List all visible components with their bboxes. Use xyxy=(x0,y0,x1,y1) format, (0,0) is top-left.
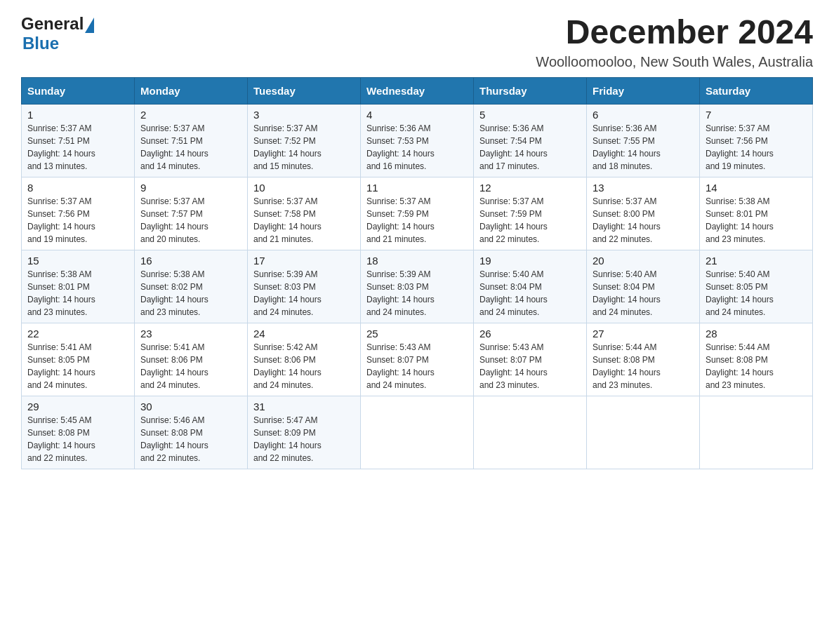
day-number: 31 xyxy=(253,401,355,412)
day-number: 22 xyxy=(27,328,128,340)
calendar-cell xyxy=(361,396,474,469)
logo: General Blue xyxy=(21,14,94,53)
day-header-saturday: Saturday xyxy=(700,77,813,104)
day-info: Sunrise: 5:40 AMSunset: 8:04 PMDaylight:… xyxy=(479,269,548,317)
calendar-table: SundayMondayTuesdayWednesdayThursdayFrid… xyxy=(21,77,813,469)
month-title: December 2024 xyxy=(536,14,813,51)
page-header: General Blue December 2024 Woolloomooloo… xyxy=(21,14,813,70)
calendar-cell: 17 Sunrise: 5:39 AMSunset: 8:03 PMDaylig… xyxy=(248,250,361,323)
day-header-tuesday: Tuesday xyxy=(248,77,361,104)
day-info: Sunrise: 5:36 AMSunset: 7:53 PMDaylight:… xyxy=(366,123,435,171)
day-info: Sunrise: 5:41 AMSunset: 8:06 PMDaylight:… xyxy=(140,342,208,390)
day-number: 26 xyxy=(479,328,581,340)
day-number: 20 xyxy=(593,255,694,267)
day-number: 27 xyxy=(593,328,694,340)
calendar-cell: 27 Sunrise: 5:44 AMSunset: 8:08 PMDaylig… xyxy=(587,323,700,396)
day-info: Sunrise: 5:37 AMSunset: 7:59 PMDaylight:… xyxy=(366,196,435,244)
day-info: Sunrise: 5:44 AMSunset: 8:08 PMDaylight:… xyxy=(593,342,661,390)
day-header-sunday: Sunday xyxy=(22,77,135,104)
calendar-cell: 11 Sunrise: 5:37 AMSunset: 7:59 PMDaylig… xyxy=(361,177,474,250)
logo-blue-text: Blue xyxy=(22,34,59,53)
calendar-cell: 28 Sunrise: 5:44 AMSunset: 8:08 PMDaylig… xyxy=(700,323,813,396)
day-number: 7 xyxy=(706,109,807,121)
calendar-cell: 25 Sunrise: 5:43 AMSunset: 8:07 PMDaylig… xyxy=(361,323,474,396)
day-number: 1 xyxy=(27,109,128,121)
calendar-cell: 31 Sunrise: 5:47 AMSunset: 8:09 PMDaylig… xyxy=(248,396,361,469)
calendar-cell: 13 Sunrise: 5:37 AMSunset: 8:00 PMDaylig… xyxy=(587,177,700,250)
day-number: 24 xyxy=(253,328,355,340)
day-info: Sunrise: 5:42 AMSunset: 8:06 PMDaylight:… xyxy=(253,342,322,390)
title-block: December 2024 Woolloomooloo, New South W… xyxy=(536,14,813,70)
calendar-cell: 22 Sunrise: 5:41 AMSunset: 8:05 PMDaylig… xyxy=(22,323,135,396)
calendar-cell: 14 Sunrise: 5:38 AMSunset: 8:01 PMDaylig… xyxy=(700,177,813,250)
day-number: 30 xyxy=(140,401,241,412)
logo-general-text: General xyxy=(21,14,84,34)
calendar-cell xyxy=(700,396,813,469)
day-header-thursday: Thursday xyxy=(474,77,587,104)
calendar-cell: 9 Sunrise: 5:37 AMSunset: 7:57 PMDayligh… xyxy=(135,177,248,250)
calendar-cell: 16 Sunrise: 5:38 AMSunset: 8:02 PMDaylig… xyxy=(135,250,248,323)
day-info: Sunrise: 5:41 AMSunset: 8:05 PMDaylight:… xyxy=(27,342,95,390)
day-info: Sunrise: 5:39 AMSunset: 8:03 PMDaylight:… xyxy=(253,269,322,317)
day-header-friday: Friday xyxy=(587,77,700,104)
day-number: 18 xyxy=(366,255,468,267)
calendar-cell: 15 Sunrise: 5:38 AMSunset: 8:01 PMDaylig… xyxy=(22,250,135,323)
day-number: 12 xyxy=(479,182,581,194)
calendar-cell: 3 Sunrise: 5:37 AMSunset: 7:52 PMDayligh… xyxy=(248,104,361,177)
calendar-cell: 21 Sunrise: 5:40 AMSunset: 8:05 PMDaylig… xyxy=(700,250,813,323)
day-number: 4 xyxy=(366,109,468,121)
day-info: Sunrise: 5:37 AMSunset: 7:58 PMDaylight:… xyxy=(253,196,322,244)
day-number: 21 xyxy=(706,255,807,267)
calendar-cell: 18 Sunrise: 5:39 AMSunset: 8:03 PMDaylig… xyxy=(361,250,474,323)
day-number: 8 xyxy=(27,182,128,194)
day-info: Sunrise: 5:44 AMSunset: 8:08 PMDaylight:… xyxy=(706,342,774,390)
calendar-cell: 1 Sunrise: 5:37 AMSunset: 7:51 PMDayligh… xyxy=(22,104,135,177)
calendar-cell: 23 Sunrise: 5:41 AMSunset: 8:06 PMDaylig… xyxy=(135,323,248,396)
calendar-cell: 4 Sunrise: 5:36 AMSunset: 7:53 PMDayligh… xyxy=(361,104,474,177)
day-info: Sunrise: 5:45 AMSunset: 8:08 PMDaylight:… xyxy=(27,415,95,463)
calendar-cell xyxy=(587,396,700,469)
calendar-cell: 6 Sunrise: 5:36 AMSunset: 7:55 PMDayligh… xyxy=(587,104,700,177)
calendar-cell: 5 Sunrise: 5:36 AMSunset: 7:54 PMDayligh… xyxy=(474,104,587,177)
day-number: 3 xyxy=(253,109,355,121)
day-info: Sunrise: 5:38 AMSunset: 8:02 PMDaylight:… xyxy=(140,269,208,317)
day-number: 14 xyxy=(706,182,807,194)
calendar-cell: 10 Sunrise: 5:37 AMSunset: 7:58 PMDaylig… xyxy=(248,177,361,250)
location-title: Woolloomooloo, New South Wales, Australi… xyxy=(536,54,813,70)
day-info: Sunrise: 5:37 AMSunset: 7:52 PMDaylight:… xyxy=(253,123,322,171)
day-number: 19 xyxy=(479,255,581,267)
day-number: 29 xyxy=(27,401,128,412)
day-info: Sunrise: 5:36 AMSunset: 7:54 PMDaylight:… xyxy=(479,123,548,171)
day-number: 23 xyxy=(140,328,241,340)
day-number: 11 xyxy=(366,182,468,194)
calendar-header-row: SundayMondayTuesdayWednesdayThursdayFrid… xyxy=(22,77,813,104)
calendar-cell: 7 Sunrise: 5:37 AMSunset: 7:56 PMDayligh… xyxy=(700,104,813,177)
day-info: Sunrise: 5:37 AMSunset: 7:59 PMDaylight:… xyxy=(479,196,548,244)
calendar-cell: 2 Sunrise: 5:37 AMSunset: 7:51 PMDayligh… xyxy=(135,104,248,177)
calendar-cell: 24 Sunrise: 5:42 AMSunset: 8:06 PMDaylig… xyxy=(248,323,361,396)
calendar-cell: 20 Sunrise: 5:40 AMSunset: 8:04 PMDaylig… xyxy=(587,250,700,323)
day-header-monday: Monday xyxy=(135,77,248,104)
calendar-week-row: 29 Sunrise: 5:45 AMSunset: 8:08 PMDaylig… xyxy=(22,396,813,469)
day-number: 13 xyxy=(593,182,694,194)
calendar-week-row: 8 Sunrise: 5:37 AMSunset: 7:56 PMDayligh… xyxy=(22,177,813,250)
calendar-week-row: 22 Sunrise: 5:41 AMSunset: 8:05 PMDaylig… xyxy=(22,323,813,396)
calendar-cell xyxy=(474,396,587,469)
day-number: 15 xyxy=(27,255,128,267)
calendar-cell: 30 Sunrise: 5:46 AMSunset: 8:08 PMDaylig… xyxy=(135,396,248,469)
day-header-wednesday: Wednesday xyxy=(361,77,474,104)
day-info: Sunrise: 5:40 AMSunset: 8:04 PMDaylight:… xyxy=(593,269,661,317)
day-info: Sunrise: 5:43 AMSunset: 8:07 PMDaylight:… xyxy=(479,342,548,390)
calendar-cell: 19 Sunrise: 5:40 AMSunset: 8:04 PMDaylig… xyxy=(474,250,587,323)
day-info: Sunrise: 5:38 AMSunset: 8:01 PMDaylight:… xyxy=(27,269,95,317)
day-info: Sunrise: 5:38 AMSunset: 8:01 PMDaylight:… xyxy=(706,196,774,244)
day-info: Sunrise: 5:43 AMSunset: 8:07 PMDaylight:… xyxy=(366,342,435,390)
calendar-week-row: 1 Sunrise: 5:37 AMSunset: 7:51 PMDayligh… xyxy=(22,104,813,177)
day-number: 9 xyxy=(140,182,241,194)
day-info: Sunrise: 5:39 AMSunset: 8:03 PMDaylight:… xyxy=(366,269,435,317)
calendar-cell: 26 Sunrise: 5:43 AMSunset: 8:07 PMDaylig… xyxy=(474,323,587,396)
calendar-cell: 12 Sunrise: 5:37 AMSunset: 7:59 PMDaylig… xyxy=(474,177,587,250)
day-number: 5 xyxy=(479,109,581,121)
day-info: Sunrise: 5:37 AMSunset: 8:00 PMDaylight:… xyxy=(593,196,661,244)
calendar-week-row: 15 Sunrise: 5:38 AMSunset: 8:01 PMDaylig… xyxy=(22,250,813,323)
